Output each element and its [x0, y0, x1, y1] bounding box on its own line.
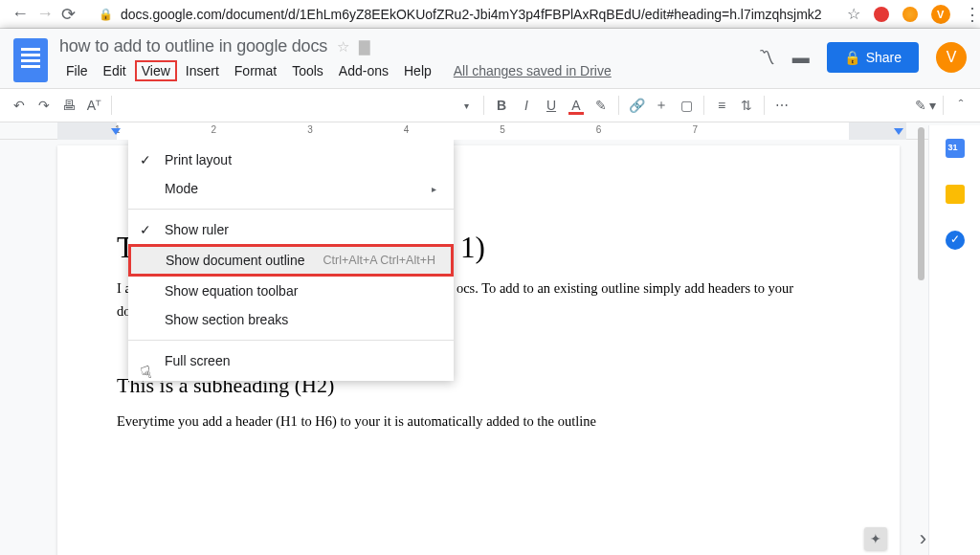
ruler-tick: 6	[596, 124, 602, 135]
star-document-icon[interactable]: ☆	[337, 38, 349, 56]
horizontal-ruler[interactable]: 1 2 3 4 5 6 7	[0, 122, 980, 140]
menu-show-equation-toolbar[interactable]: Show equation toolbar	[128, 277, 454, 305]
forward-button[interactable]: →	[36, 5, 54, 24]
bold-icon[interactable]: B	[490, 94, 513, 117]
image-icon[interactable]: ▢	[675, 94, 698, 117]
menu-show-document-outline[interactable]: Show document outline Ctrl+Alt+A Ctrl+Al…	[131, 247, 451, 274]
menu-file[interactable]: File	[59, 60, 95, 81]
highlight-annotation: Show document outline Ctrl+Alt+A Ctrl+Al…	[128, 244, 454, 277]
ruler-tick: 7	[692, 124, 698, 135]
dropdown-icon[interactable]: ▾	[455, 94, 478, 117]
highlight-icon[interactable]: ✎	[590, 94, 612, 117]
ruler-tick: 3	[307, 124, 313, 135]
ruler-tick: 5	[500, 124, 505, 135]
menu-print-layout[interactable]: ✓ Print layout	[128, 145, 454, 174]
menu-edit[interactable]: Edit	[97, 60, 133, 81]
document-title[interactable]: how to add to outline in google docs	[59, 36, 327, 56]
menu-insert[interactable]: Insert	[179, 60, 226, 81]
user-avatar[interactable]: V	[936, 42, 967, 73]
vertical-scrollbar[interactable]	[914, 125, 928, 555]
text-color-icon[interactable]: A	[565, 94, 588, 117]
spellcheck-icon[interactable]: Aᵀ	[82, 94, 105, 117]
menu-separator	[128, 209, 454, 210]
reload-button[interactable]: ⟳	[61, 5, 76, 24]
italic-icon[interactable]: I	[515, 94, 538, 117]
document-canvas: T 1) I a ocs. To add to an existing outl…	[0, 140, 980, 555]
back-button[interactable]: ←	[11, 5, 29, 24]
menu-separator	[128, 340, 454, 341]
share-button[interactable]: 🔒 Share	[827, 42, 919, 73]
lock-share-icon: 🔒	[844, 50, 860, 65]
docs-app-window: how to add to outline in google docs ☆ ▇…	[0, 29, 980, 555]
comment-add-icon[interactable]: ＋	[650, 94, 673, 117]
doc-heading-1-right: 1)	[460, 230, 485, 265]
link-icon[interactable]: 🔗	[625, 94, 648, 117]
more-icon[interactable]: ⋯	[770, 94, 793, 117]
check-icon: ✓	[140, 152, 151, 167]
extension-icon-1[interactable]	[874, 7, 889, 22]
check-icon: ✓	[140, 222, 151, 237]
ruler-tick: 4	[404, 124, 410, 135]
side-panel	[928, 125, 980, 555]
docs-logo-icon[interactable]	[13, 38, 48, 82]
indent-marker-right[interactable]	[894, 128, 903, 135]
doc-body-2: Everytime you add a header (H1 to H6) to…	[117, 411, 840, 431]
doc-body-right: ocs. To add to an existing outline simpl…	[457, 278, 793, 298]
side-panel-toggle-icon[interactable]: ›	[920, 526, 926, 551]
url-text: docs.google.com/document/d/1EhLm6yZ8EEkO…	[121, 7, 822, 22]
formatting-toolbar: ↶ ↷ 🖶 Aᵀ ▾ B I U A ✎ 🔗 ＋ ▢ ≡ ⇅ ⋯ ✎ ▾ ˆ	[0, 88, 980, 122]
bookmark-star-icon[interactable]: ☆	[847, 5, 860, 23]
menubar: File Edit View Insert Format Tools Add-o…	[59, 60, 758, 81]
address-bar[interactable]: 🔒 docs.google.com/document/d/1EhLm6yZ8EE…	[89, 7, 832, 22]
browser-menu-icon[interactable]: ⋮	[964, 4, 980, 25]
redo-icon[interactable]: ↷	[33, 94, 56, 117]
browser-profile-avatar[interactable]: V	[931, 5, 950, 24]
save-status[interactable]: All changes saved in Drive	[454, 63, 612, 78]
indent-marker-left[interactable]	[111, 128, 121, 135]
keyboard-shortcut: Ctrl+Alt+A Ctrl+Alt+H	[323, 254, 435, 267]
lock-icon: 🔒	[99, 8, 113, 21]
submenu-arrow-icon: ▸	[432, 184, 436, 194]
menu-addons[interactable]: Add-ons	[332, 60, 395, 81]
align-icon[interactable]: ≡	[710, 94, 733, 117]
menu-view[interactable]: View	[135, 60, 177, 81]
comments-icon[interactable]: ▬	[792, 48, 810, 68]
line-spacing-icon[interactable]: ⇅	[735, 94, 758, 117]
menu-mode[interactable]: Mode ▸	[128, 174, 454, 203]
share-label: Share	[866, 50, 902, 65]
tasks-icon[interactable]	[946, 231, 965, 250]
extension-icon-2[interactable]	[902, 7, 918, 22]
view-dropdown-menu: ✓ Print layout Mode ▸ ✓ Show ruler Show …	[128, 140, 454, 381]
move-folder-icon[interactable]: ▇	[359, 38, 370, 56]
activity-icon[interactable]: 〽	[758, 48, 775, 68]
menu-format[interactable]: Format	[228, 60, 283, 81]
print-icon[interactable]: 🖶	[57, 94, 80, 117]
keep-icon[interactable]	[946, 185, 965, 204]
menu-show-ruler[interactable]: ✓ Show ruler	[128, 215, 454, 244]
collapse-icon[interactable]: ˆ	[949, 94, 972, 117]
menu-full-screen[interactable]: Full screen	[128, 346, 454, 375]
explore-button[interactable]: ✦	[864, 527, 887, 550]
menu-tools[interactable]: Tools	[285, 60, 330, 81]
browser-toolbar: ← → ⟳ 🔒 docs.google.com/document/d/1EhLm…	[0, 0, 980, 29]
editing-mode-icon[interactable]: ✎ ▾	[914, 94, 937, 117]
underline-icon[interactable]: U	[540, 94, 563, 117]
calendar-icon[interactable]	[946, 139, 965, 158]
docs-header: how to add to outline in google docs ☆ ▇…	[0, 29, 980, 82]
scroll-thumb[interactable]	[918, 127, 924, 280]
ruler-tick: 2	[212, 124, 217, 135]
undo-icon[interactable]: ↶	[8, 94, 31, 117]
menu-show-section-breaks[interactable]: Show section breaks	[128, 305, 454, 334]
menu-help[interactable]: Help	[397, 60, 438, 81]
